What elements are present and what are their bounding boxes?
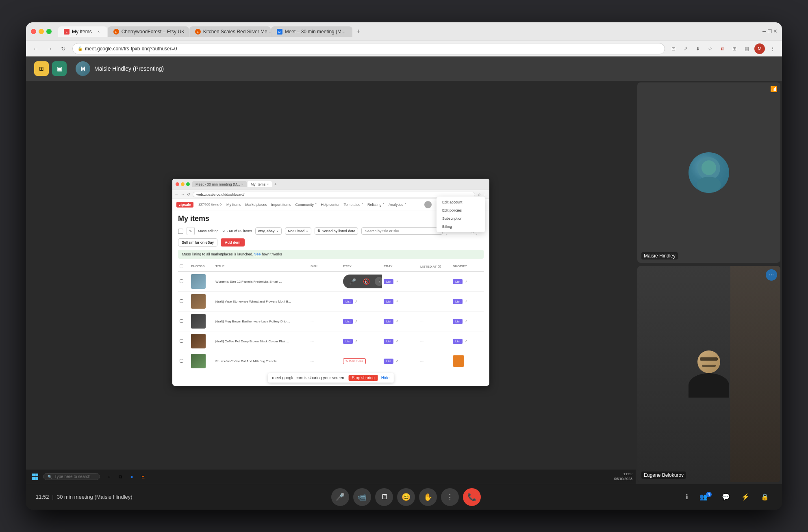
forward-button[interactable]: → xyxy=(45,44,54,54)
row4-etsy-list-btn[interactable]: List xyxy=(343,339,353,344)
add-item-button[interactable]: Add item xyxy=(221,238,245,247)
info-btn[interactable]: ℹ xyxy=(680,490,694,504)
nav-avatar[interactable] xyxy=(424,201,432,208)
dropdown-edit-account[interactable]: Edit account xyxy=(437,198,485,206)
inner-more-icon[interactable]: ⋮ xyxy=(483,192,487,197)
row3-etsy-list-btn[interactable]: List xyxy=(343,319,353,324)
cast-icon[interactable]: ⊡ xyxy=(669,44,678,53)
maximize-button[interactable] xyxy=(46,29,52,34)
row1-ebay-list-btn[interactable]: List xyxy=(384,279,393,284)
inner-tab-meet-close[interactable]: × xyxy=(241,182,243,186)
row4-shopify-link[interactable]: ↗ xyxy=(465,340,467,343)
header-checkbox[interactable] xyxy=(180,264,183,268)
tab-kitchen-scales[interactable]: E Kitchen Scales Red Silver Me... × xyxy=(189,26,271,37)
row3-ebay-link[interactable]: ↗ xyxy=(395,320,398,323)
row3-shopify-list-btn[interactable]: List xyxy=(453,319,463,324)
profile-avatar[interactable]: M xyxy=(754,43,765,54)
row1-shopify-list-btn[interactable]: List xyxy=(453,279,463,284)
nav-my-items[interactable]: My Items xyxy=(226,203,241,207)
inner-maximize[interactable] xyxy=(186,182,190,186)
download-icon[interactable]: ⬇ xyxy=(693,44,702,53)
taskbar-etsy-icon[interactable]: E xyxy=(138,472,148,482)
mic-off-icon[interactable]: 🎤 xyxy=(347,276,358,287)
inner-forward-btn[interactable]: → xyxy=(181,192,185,197)
eugene-more-button[interactable]: ⋯ xyxy=(766,269,777,281)
end-call-btn[interactable]: 📞 xyxy=(463,488,481,506)
row2-shopify-link[interactable]: ↗ xyxy=(465,300,467,303)
select-all-checkbox[interactable] xyxy=(178,229,183,234)
taskbar-search-input[interactable] xyxy=(54,474,96,479)
row3-checkbox[interactable] xyxy=(178,318,189,324)
sell-similar-button[interactable]: Sell similar on eBay xyxy=(178,238,217,247)
row1-ebay-link-icon[interactable]: ↗ xyxy=(395,280,398,283)
hide-sharing-link[interactable]: Hide xyxy=(381,376,390,380)
window-minimize[interactable]: – xyxy=(762,28,766,35)
tab-close-my-items[interactable]: × xyxy=(96,29,102,35)
inner-refresh-btn[interactable]: ↺ xyxy=(187,192,190,197)
row4-ebay-list-btn[interactable]: List xyxy=(384,339,393,344)
inner-minimize[interactable] xyxy=(181,182,185,186)
row3-ebay-list-btn[interactable]: List xyxy=(384,319,393,324)
nav-analytics[interactable]: Analytics ˅ xyxy=(389,203,406,207)
stop-sharing-button[interactable]: Stop sharing xyxy=(349,375,378,381)
status-filter[interactable]: Not Listed ▼ xyxy=(285,227,311,235)
emoji-control-btn[interactable]: 😊 xyxy=(397,488,415,506)
inner-close[interactable] xyxy=(176,182,179,186)
tab-meet[interactable]: M Meet – 30 min meeting (M... × xyxy=(271,26,352,37)
more-control-btn[interactable]: ⋮ xyxy=(441,488,459,506)
nav-help-center[interactable]: Help center xyxy=(321,203,340,207)
sort-button[interactable]: ⇅ Sorted by listed date xyxy=(315,227,358,235)
dropdown-edit-policies[interactable]: Edit policies xyxy=(437,206,485,214)
taskbar-cortana-icon[interactable]: ○ xyxy=(104,472,114,482)
inner-back-btn[interactable]: ← xyxy=(175,192,178,197)
row2-etsy-link[interactable]: ↗ xyxy=(355,300,358,303)
tab-cherrywood[interactable]: E CherrywoodForest – Etsy UK × xyxy=(108,26,189,37)
extensions-d-icon[interactable]: d xyxy=(718,44,727,53)
edit-icon[interactable]: ✎ xyxy=(187,227,195,235)
nav-import-items[interactable]: Import items xyxy=(271,203,291,207)
row2-ebay-link[interactable]: ↗ xyxy=(395,300,398,303)
minimize-button[interactable] xyxy=(39,29,44,34)
row4-checkbox[interactable] xyxy=(178,338,189,344)
window-maximize[interactable]: □ xyxy=(768,28,772,35)
video-control-btn[interactable]: 📹 xyxy=(353,488,371,506)
nav-templates[interactable]: Templates ˅ xyxy=(344,203,364,207)
refresh-button[interactable]: ↻ xyxy=(59,44,68,54)
marketplace-filter[interactable]: etsy, ebay ▼ xyxy=(255,227,282,235)
row5-ebay-link[interactable]: ↗ xyxy=(395,359,398,363)
row2-shopify-list-btn[interactable]: List xyxy=(453,299,463,304)
inner-new-tab-btn[interactable]: + xyxy=(273,181,278,187)
inner-tab-my-items[interactable]: My Items × xyxy=(248,181,272,187)
row1-shopify-link[interactable]: ↗ xyxy=(465,280,467,283)
meet-icon-teal[interactable]: ▣ xyxy=(52,61,67,76)
new-tab-button[interactable]: + xyxy=(353,26,364,37)
puzzle-icon[interactable]: ⊞ xyxy=(730,44,739,53)
row2-ebay-list-btn[interactable]: List xyxy=(384,299,393,304)
search-input[interactable] xyxy=(361,227,443,235)
people-btn[interactable]: 👥 4 xyxy=(699,490,714,504)
taskbar-chrome-icon[interactable]: ● xyxy=(127,472,137,482)
row4-etsy-link[interactable]: ↗ xyxy=(355,340,358,343)
tab-close-cherrywood[interactable]: × xyxy=(189,29,189,35)
row5-ebay-list-btn[interactable]: List xyxy=(384,359,393,364)
info-banner-link[interactable]: See xyxy=(254,252,261,256)
row5-checkbox[interactable] xyxy=(178,358,189,364)
sidebar-icon[interactable]: ▤ xyxy=(742,44,751,53)
inner-tab-myitems-close[interactable]: × xyxy=(267,182,269,186)
dropdown-billing[interactable]: Billing xyxy=(437,223,485,231)
row3-shopify-link[interactable]: ↗ xyxy=(465,320,467,323)
nav-community[interactable]: Community ˅ xyxy=(295,203,317,207)
more-options-icon[interactable]: ⋮ xyxy=(768,44,777,53)
row4-shopify-list-btn[interactable]: List xyxy=(453,339,463,344)
video-off-icon[interactable]: 📵 xyxy=(361,276,371,287)
taskbar-search-box[interactable]: 🔍 xyxy=(43,473,100,480)
safety-btn[interactable]: 🔒 xyxy=(758,490,772,504)
inner-tab-meet[interactable]: Meet - 30 min meeting (M... × xyxy=(192,181,247,187)
activities-btn[interactable]: ⚡ xyxy=(738,490,753,504)
row3-etsy-link[interactable]: ↗ xyxy=(355,320,358,323)
present-control-btn[interactable]: 🖥 xyxy=(375,488,393,506)
row2-etsy-list-btn[interactable]: List xyxy=(343,299,353,304)
row2-checkbox[interactable] xyxy=(178,298,189,305)
tab-my-items[interactable]: Z My Items × xyxy=(58,26,107,37)
meet-icon-yellow[interactable]: ⊞ xyxy=(34,61,49,76)
